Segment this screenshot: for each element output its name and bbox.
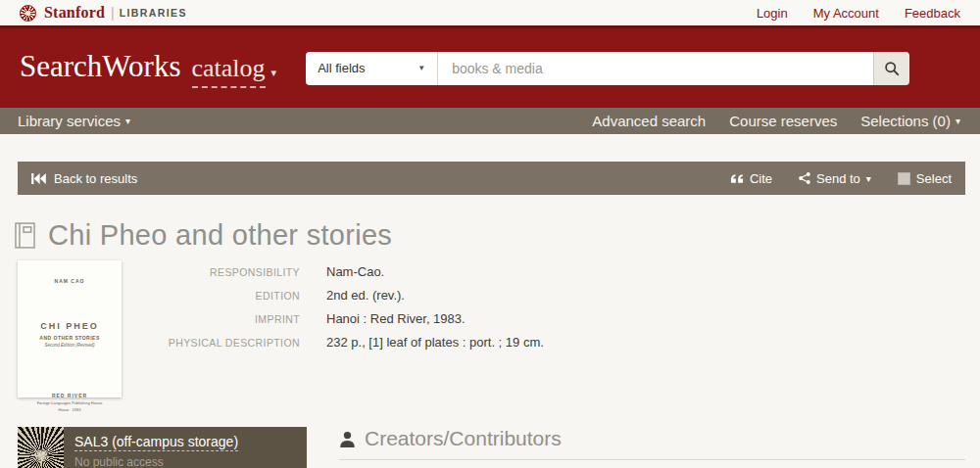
send-to-label: Send to	[816, 171, 860, 186]
send-to-button[interactable]: Send to ▾	[799, 171, 871, 186]
advanced-search-link[interactable]: Advanced search	[592, 113, 706, 129]
caret-down-icon: ▾	[125, 116, 130, 126]
my-account-link[interactable]: My Account	[813, 6, 879, 21]
top-utility-bar: Stanford | LIBRARIES Login My Account Fe…	[0, 0, 980, 25]
location-text: SAL3 (off-campus storage) No public acce…	[64, 427, 249, 468]
cover-subtitle: AND OTHER STORIES	[18, 335, 122, 341]
record-page: Back to results Cite	[0, 162, 980, 468]
course-reserves-label: Course reserves	[729, 113, 837, 129]
selections-menu[interactable]: Selections (0) ▾	[860, 113, 960, 129]
cover-title: CHI PHEO	[18, 321, 122, 331]
book-cover-thumbnail[interactable]: NAM CAO CHI PHEO AND OTHER STORIES Secon…	[18, 260, 122, 398]
person-icon	[339, 431, 356, 447]
back-to-results-button[interactable]: Back to results	[31, 171, 137, 186]
field-value: Nam-Cao.	[326, 264, 544, 279]
skip-back-icon	[31, 173, 46, 184]
field-value: 232 p., [1] leaf of plates : port. ; 19 …	[326, 335, 544, 350]
caret-down-icon: ▾	[866, 173, 871, 184]
sal3-photo-thumbnail	[18, 427, 64, 468]
book-icon	[15, 222, 35, 249]
library-services-menu[interactable]: Library services ▾	[18, 113, 130, 129]
record-main: NAM CAO CHI PHEO AND OTHER STORIES Secon…	[18, 260, 965, 398]
field-value: Hanoi : Red River, 1983.	[326, 311, 544, 326]
select-checkbox[interactable]	[898, 172, 910, 185]
main-navbar: Library services ▾ Advanced search Cours…	[0, 108, 980, 134]
location-access-note: No public access	[74, 455, 238, 468]
creators-section: Creators/Contributors AUTHOR/CREATOR	[339, 427, 965, 468]
share-icon	[799, 172, 810, 184]
record-metadata: RESPONSIBILITY Nam-Cao. EDITION 2nd ed. …	[122, 264, 544, 398]
cover-publisher-detail: Foreign Languages Publishing House	[18, 400, 122, 405]
search-bar: All fields ▼	[306, 52, 909, 85]
libraries-wordmark[interactable]: LIBRARIES	[120, 7, 187, 19]
selections-label: Selections (0)	[860, 113, 951, 129]
course-reserves-link[interactable]: Course reserves	[729, 113, 837, 129]
cite-button[interactable]: Cite	[730, 171, 772, 186]
field-label: IMPRINT	[122, 311, 300, 326]
toolbar-actions: Cite Send to ▾ Select	[730, 171, 952, 186]
location-name-link[interactable]: SAL3 (off-campus storage)	[74, 434, 238, 451]
record-toolbar: Back to results Cite	[18, 162, 965, 195]
quote-icon	[730, 173, 744, 184]
login-link[interactable]: Login	[757, 6, 788, 21]
caret-down-icon: ▾	[956, 116, 960, 126]
cover-publisher-place: Hanoi · 1983	[18, 407, 122, 412]
cover-edition: Second Edition (Revised)	[18, 343, 122, 348]
field-label: EDITION	[122, 288, 300, 303]
searchworks-brand[interactable]: SearchWorks catalog ▾	[20, 49, 276, 88]
search-icon	[884, 61, 900, 76]
select-label: Select	[916, 171, 952, 186]
stanford-seal-icon	[20, 5, 36, 22]
record-title: Chi Pheo and other stories	[48, 219, 392, 252]
cite-label: Cite	[750, 171, 772, 186]
bottom-row: SAL3 (off-campus storage) No public acce…	[18, 427, 965, 468]
searchworks-title: SearchWorks	[20, 49, 181, 84]
search-field-select[interactable]: All fields ▼	[306, 52, 438, 85]
catalog-dropdown-label[interactable]: catalog	[192, 54, 266, 88]
masthead: SearchWorks catalog ▾ All fields ▼	[0, 25, 980, 108]
stanford-wordmark[interactable]: Stanford	[44, 4, 105, 22]
select-toggle[interactable]: Select	[898, 171, 952, 186]
cover-publisher: RED RIVER	[18, 393, 122, 398]
feedback-link[interactable]: Feedback	[905, 6, 960, 21]
search-button[interactable]	[873, 52, 909, 85]
creators-heading: Creators/Contributors	[365, 427, 562, 450]
field-label: PHYSICAL DESCRIPTION	[122, 335, 300, 350]
brand-divider: |	[111, 5, 115, 21]
utility-links: Login My Account Feedback	[757, 6, 960, 21]
library-services-label: Library services	[18, 113, 121, 129]
search-field-selected: All fields	[318, 61, 365, 75]
back-to-results-label: Back to results	[54, 171, 137, 186]
caret-down-icon: ▾	[271, 67, 277, 79]
field-label: RESPONSIBILITY	[122, 264, 300, 279]
field-value: 2nd ed. (rev.).	[326, 288, 544, 303]
search-input[interactable]	[438, 52, 873, 85]
cover-author: NAM CAO	[18, 278, 122, 284]
record-title-row: Chi Pheo and other stories	[15, 219, 965, 252]
navbar-right: Advanced search Course reserves Selectio…	[592, 113, 960, 129]
creators-heading-row: Creators/Contributors	[339, 427, 965, 460]
location-card[interactable]: SAL3 (off-campus storage) No public acce…	[18, 427, 307, 468]
select-caret-icon: ▼	[417, 64, 425, 72]
advanced-search-label: Advanced search	[592, 113, 706, 129]
